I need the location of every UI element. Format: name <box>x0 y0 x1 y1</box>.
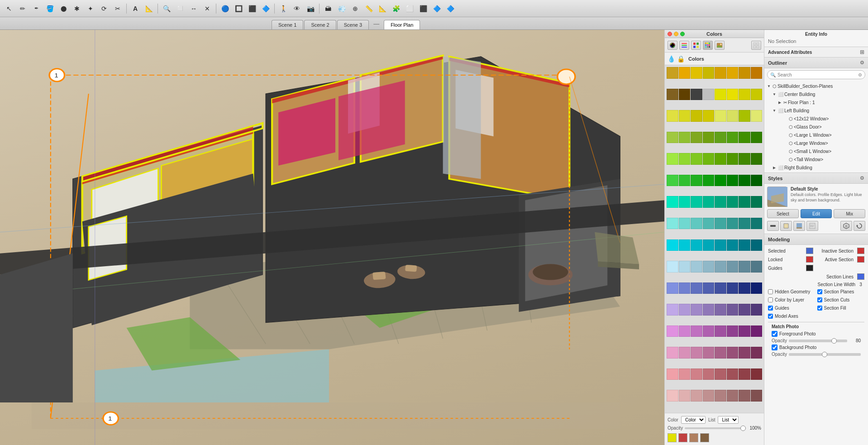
attrs-expand-icon[interactable]: ⊞ <box>860 49 864 55</box>
color-swatch-119[interactable] <box>751 368 763 380</box>
color-swatch-81[interactable] <box>679 282 691 294</box>
smoke-tool[interactable]: 💨 <box>335 2 348 15</box>
dimension-tool[interactable]: 📐 <box>143 2 155 15</box>
color-swatch-86[interactable] <box>739 282 750 294</box>
color-swatch-20[interactable] <box>715 110 726 122</box>
zoom-window-tool[interactable]: ⬜ <box>174 2 186 15</box>
color-swatch-35[interactable] <box>703 153 715 165</box>
color-swatch-88[interactable] <box>667 304 678 316</box>
scene-tab-2[interactable]: Scene 2 <box>304 20 336 29</box>
section-planes-checkbox[interactable] <box>817 289 822 294</box>
color-swatch-97[interactable] <box>679 325 691 337</box>
color-swatch-121[interactable] <box>679 390 691 402</box>
color-swatch-94[interactable] <box>739 304 750 316</box>
color-swatch-0[interactable] <box>667 67 678 79</box>
color-swatch-126[interactable] <box>739 390 750 402</box>
color-swatches-btn[interactable] <box>703 41 713 50</box>
color-swatch-80[interactable] <box>667 282 678 294</box>
pan-tool[interactable]: ✕ <box>201 2 214 15</box>
color-swatch-113[interactable] <box>679 368 691 380</box>
color-swatch-17[interactable] <box>679 110 691 122</box>
color-swatch-62[interactable] <box>739 218 750 230</box>
color-swatch-21[interactable] <box>727 110 739 122</box>
color-swatch-14[interactable] <box>739 89 750 100</box>
opacity-slider[interactable] <box>685 427 746 429</box>
color-swatch-30[interactable] <box>739 132 750 144</box>
color-swatch-87[interactable] <box>751 282 763 294</box>
section-plane-tool[interactable]: 🔲 <box>232 2 245 15</box>
color-swatch-73[interactable] <box>679 261 691 273</box>
move-tool[interactable]: ✦ <box>84 2 97 15</box>
rotate-tool[interactable]: ⟳ <box>98 2 110 15</box>
background-photo-checkbox[interactable] <box>772 345 777 350</box>
color-swatch-61[interactable] <box>727 218 739 230</box>
color-swatch-9[interactable] <box>679 89 691 100</box>
color-swatch-38[interactable] <box>739 153 750 165</box>
color-swatch-40[interactable] <box>667 175 678 187</box>
color-swatch-84[interactable] <box>715 282 726 294</box>
color-swatch-32[interactable] <box>667 153 678 165</box>
color-swatch-85[interactable] <box>727 282 739 294</box>
scene-tab-floor-plan[interactable]: Floor Plan <box>384 20 420 29</box>
color-swatch-122[interactable] <box>691 390 702 402</box>
axes-tool[interactable]: ⊕ <box>349 2 362 15</box>
color-swatch-100[interactable] <box>715 325 726 337</box>
text-tool[interactable]: A <box>129 2 142 15</box>
color-swatch-39[interactable] <box>751 153 763 165</box>
color-swatch-111[interactable] <box>751 347 763 359</box>
color-swatch-83[interactable] <box>703 282 715 294</box>
color-swatch-18[interactable] <box>691 110 702 122</box>
color-swatch-70[interactable] <box>739 239 750 251</box>
style-modeling-icon-btn[interactable] <box>840 221 852 231</box>
color-swatch-110[interactable] <box>739 347 750 359</box>
color-swatch-37[interactable] <box>727 153 739 165</box>
preview-swatch-1[interactable] <box>668 433 677 442</box>
sandbox-tool[interactable]: 🏔 <box>322 2 334 15</box>
color-swatch-28[interactable] <box>715 132 726 144</box>
color-swatch-5[interactable] <box>727 67 739 79</box>
color-by-layer-checkbox[interactable] <box>768 297 773 302</box>
color-swatch-36[interactable] <box>715 153 726 165</box>
color-swatch-26[interactable] <box>691 132 702 144</box>
color-swatch-23[interactable] <box>751 110 763 122</box>
color-swatch-67[interactable] <box>703 239 715 251</box>
color-swatch-95[interactable] <box>751 304 763 316</box>
color-swatch-27[interactable] <box>703 132 715 144</box>
color-swatch-60[interactable] <box>715 218 726 230</box>
tree-item-win1[interactable]: ⬡<12x12 Window> <box>764 115 868 123</box>
color-swatch-77[interactable] <box>727 261 739 273</box>
style-background-icon[interactable] <box>793 221 805 231</box>
walk-tool[interactable]: 🚶 <box>277 2 290 15</box>
color-swatch-13[interactable] <box>727 89 739 100</box>
color-swatch-118[interactable] <box>739 368 750 380</box>
color-swatch-52[interactable] <box>715 196 726 208</box>
color-swatch-75[interactable] <box>703 261 715 273</box>
color-swatch-117[interactable] <box>727 368 739 380</box>
color-swatch-96[interactable] <box>667 325 678 337</box>
model-axes-checkbox[interactable] <box>768 314 773 319</box>
color-palettes-btn[interactable] <box>691 41 701 50</box>
color-swatch-82[interactable] <box>691 282 702 294</box>
eyedropper-icon[interactable]: 💧 <box>668 55 675 62</box>
color-swatch-33[interactable] <box>679 153 691 165</box>
zoom-tool[interactable]: 🔍 <box>160 2 173 15</box>
color-swatch-124[interactable] <box>715 390 726 402</box>
outliner-options-icon[interactable]: ⚙ <box>860 60 864 66</box>
styles-header[interactable]: Styles ⚙ <box>764 173 868 184</box>
color-swatch-16[interactable] <box>667 110 678 122</box>
color-swatch-127[interactable] <box>751 390 763 402</box>
color-swatch-41[interactable] <box>679 175 691 187</box>
tree-item-center[interactable]: ▼⬜Center Building <box>764 90 868 98</box>
paint-bucket-tool[interactable]: 🪣 <box>43 2 56 15</box>
color-swatch-120[interactable] <box>667 390 678 402</box>
color-swatch-53[interactable] <box>727 196 739 208</box>
section-cut-tool[interactable]: ⬛ <box>246 2 258 15</box>
color-swatch-49[interactable] <box>679 196 691 208</box>
color-swatch-3[interactable] <box>703 67 715 79</box>
color-swatch-99[interactable] <box>703 325 715 337</box>
color-swatch-76[interactable] <box>715 261 726 273</box>
bg-opacity-slider[interactable] <box>789 353 861 356</box>
foreground-photo-checkbox[interactable] <box>772 331 777 337</box>
section-lines-color-box[interactable] <box>857 273 864 280</box>
select-tool[interactable]: ↖ <box>3 2 15 15</box>
